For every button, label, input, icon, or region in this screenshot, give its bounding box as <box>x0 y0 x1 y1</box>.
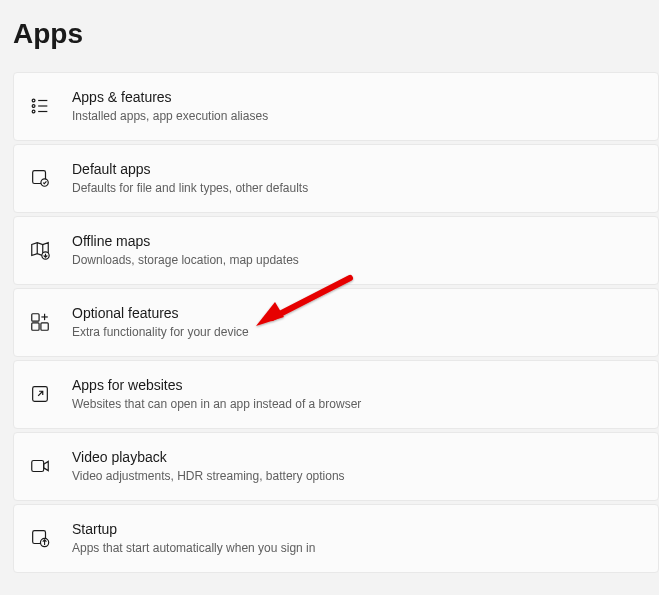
item-desc: Extra functionality for your device <box>72 324 249 341</box>
svg-point-0 <box>32 100 35 103</box>
open-external-icon <box>28 382 52 406</box>
svg-point-4 <box>32 111 35 114</box>
item-desc: Defaults for file and link types, other … <box>72 180 308 197</box>
apps-for-websites-item[interactable]: Apps for websites Websites that can open… <box>13 360 659 429</box>
optional-features-item[interactable]: Optional features Extra functionality fo… <box>13 288 659 357</box>
item-desc: Websites that can open in an app instead… <box>72 396 361 413</box>
apps-list: Apps & features Installed apps, app exec… <box>0 72 659 573</box>
svg-rect-12 <box>32 323 39 330</box>
startup-item[interactable]: Startup Apps that start automatically wh… <box>13 504 659 573</box>
video-playback-item[interactable]: Video playback Video adjustments, HDR st… <box>13 432 659 501</box>
default-apps-item[interactable]: Default apps Defaults for file and link … <box>13 144 659 213</box>
offline-maps-item[interactable]: Offline maps Downloads, storage location… <box>13 216 659 285</box>
svg-rect-11 <box>32 314 39 321</box>
item-title: Apps & features <box>72 88 268 106</box>
item-title: Video playback <box>72 448 345 466</box>
item-desc: Installed apps, app execution aliases <box>72 108 268 125</box>
item-title: Offline maps <box>72 232 299 250</box>
map-icon <box>28 238 52 262</box>
video-icon <box>28 454 52 478</box>
svg-point-2 <box>32 105 35 108</box>
startup-icon <box>28 526 52 550</box>
item-title: Default apps <box>72 160 308 178</box>
svg-rect-13 <box>41 323 48 330</box>
item-title: Optional features <box>72 304 249 322</box>
item-desc: Apps that start automatically when you s… <box>72 540 315 557</box>
item-title: Apps for websites <box>72 376 361 394</box>
item-title: Startup <box>72 520 315 538</box>
item-desc: Video adjustments, HDR streaming, batter… <box>72 468 345 485</box>
optional-features-icon <box>28 310 52 334</box>
page-title: Apps <box>0 0 659 50</box>
apps-and-features-item[interactable]: Apps & features Installed apps, app exec… <box>13 72 659 141</box>
item-desc: Downloads, storage location, map updates <box>72 252 299 269</box>
apps-features-icon <box>28 94 52 118</box>
svg-rect-17 <box>32 461 44 472</box>
default-apps-icon <box>28 166 52 190</box>
